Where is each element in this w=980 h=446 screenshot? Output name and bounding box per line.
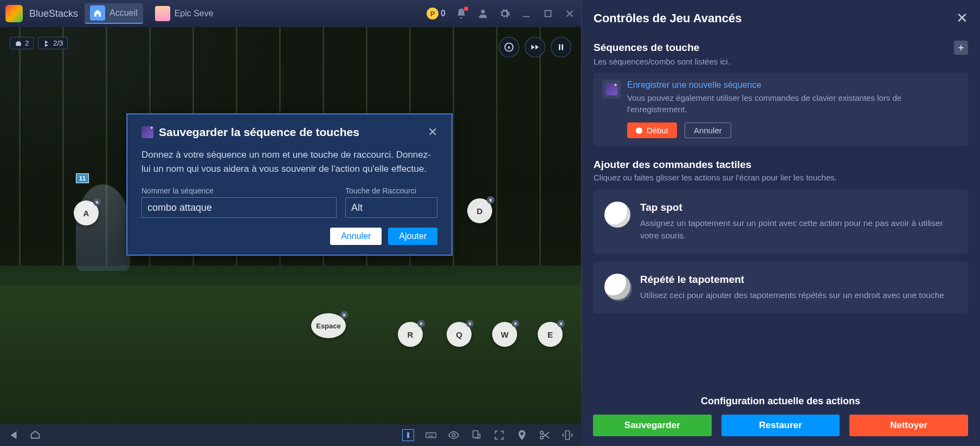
gear-icon[interactable] bbox=[499, 8, 511, 20]
bell-icon[interactable] bbox=[455, 8, 467, 20]
sequences-subtitle: Les séquences/combo sont listées ici. bbox=[594, 57, 968, 66]
dialog-description: Donnez à votre séquence un nom et une to… bbox=[141, 148, 437, 176]
close-icon[interactable]: × bbox=[340, 311, 348, 319]
svg-rect-8 bbox=[559, 44, 560, 50]
keyboard-icon[interactable] bbox=[425, 429, 437, 441]
svg-rect-2 bbox=[545, 11, 551, 17]
tab-epic-seven[interactable]: Epic Seve bbox=[150, 3, 219, 24]
svg-rect-21 bbox=[565, 431, 569, 440]
add-sequence-button[interactable]: + bbox=[954, 41, 968, 55]
svg-text:A: A bbox=[507, 45, 511, 50]
close-icon[interactable]: × bbox=[466, 320, 474, 327]
account-icon[interactable] bbox=[477, 8, 489, 20]
home-icon[interactable] bbox=[29, 429, 41, 441]
svg-point-19 bbox=[540, 431, 544, 435]
eye-icon[interactable] bbox=[448, 429, 460, 441]
panel-footer: Configuration actuelle des actions Sauve… bbox=[581, 388, 980, 446]
titlebar: BlueStacks Accueil Epic Seve P 0 bbox=[0, 0, 581, 27]
key-spot-a[interactable]: A× bbox=[74, 201, 99, 225]
close-icon[interactable]: × bbox=[512, 320, 519, 327]
repeat-tap-description: Utilisez ceci pour ajouter des tapotemen… bbox=[640, 289, 944, 301]
install-apk-icon[interactable] bbox=[470, 429, 482, 441]
wand-icon bbox=[141, 126, 153, 138]
svg-point-0 bbox=[481, 10, 485, 14]
fullscreen-icon[interactable] bbox=[493, 429, 505, 441]
config-title: Configuration actuelle des actions bbox=[593, 396, 968, 407]
save-sequence-dialog: Sauvegarder la séquence de touches ✕ Don… bbox=[127, 114, 452, 255]
panel-title: Contrôles de Jeu Avancés bbox=[594, 11, 742, 25]
svg-rect-9 bbox=[562, 44, 563, 50]
svg-rect-18 bbox=[473, 431, 478, 438]
save-button[interactable]: Sauvegarder bbox=[593, 415, 712, 436]
hud-top-left: 2 2/3 bbox=[10, 37, 68, 49]
shortcut-label: Touche de Raccourci bbox=[345, 186, 437, 195]
close-icon[interactable]: ✕ bbox=[428, 125, 437, 139]
close-icon[interactable]: ✕ bbox=[956, 10, 968, 27]
tap-spot-card[interactable]: Tap spot Assignez un tapotement sur un p… bbox=[594, 190, 968, 254]
record-start-button[interactable]: Début bbox=[627, 122, 677, 138]
scissors-icon[interactable] bbox=[539, 429, 551, 441]
wave-chip[interactable]: 2/3 bbox=[38, 37, 68, 49]
tap-spot-icon bbox=[604, 202, 630, 228]
tab-label: Epic Seve bbox=[175, 9, 214, 18]
party-chip[interactable]: 2 bbox=[10, 37, 34, 49]
cancel-button[interactable]: Annuler bbox=[330, 228, 382, 245]
rotation-lock-icon[interactable] bbox=[402, 429, 414, 441]
pause-button[interactable] bbox=[551, 37, 571, 57]
character-level: 11 bbox=[76, 173, 89, 183]
key-spot-d[interactable]: D× bbox=[467, 198, 492, 223]
tab-home[interactable]: Accueil bbox=[85, 3, 143, 24]
key-spot-q[interactable]: Q× bbox=[447, 322, 472, 347]
restore-button[interactable]: Restaurer bbox=[721, 415, 840, 436]
back-icon[interactable] bbox=[8, 429, 20, 441]
wand-icon bbox=[602, 80, 621, 99]
svg-point-20 bbox=[540, 436, 544, 439]
svg-rect-10 bbox=[407, 432, 409, 438]
close-icon[interactable]: × bbox=[417, 320, 425, 327]
tap-spot-title: Tap spot bbox=[640, 202, 957, 214]
coin-icon: P bbox=[427, 8, 439, 20]
maximize-icon[interactable] bbox=[542, 8, 554, 20]
bottom-toolbar bbox=[0, 424, 581, 446]
shake-icon[interactable] bbox=[562, 429, 573, 441]
repeat-tap-card[interactable]: Répété le tapotement Utilisez ceci pour … bbox=[594, 262, 968, 313]
close-icon[interactable] bbox=[564, 8, 576, 20]
key-spot-space[interactable]: Espace× bbox=[311, 313, 346, 338]
advanced-controls-panel: Contrôles de Jeu Avancés ✕ Séquences de … bbox=[581, 0, 980, 446]
record-sequence-card: Enregistrer une nouvelle séquence Vous p… bbox=[594, 73, 968, 146]
key-spot-r[interactable]: R× bbox=[398, 322, 423, 347]
coin-balance[interactable]: P 0 bbox=[427, 8, 446, 20]
key-spot-w[interactable]: W× bbox=[492, 322, 517, 347]
close-icon[interactable]: × bbox=[557, 320, 565, 327]
record-sequence-link[interactable]: Enregistrer une nouvelle séquence bbox=[627, 80, 959, 90]
close-icon[interactable]: × bbox=[487, 196, 494, 204]
app-name: BlueStacks bbox=[29, 8, 78, 20]
sequences-title: Séquences de touche bbox=[594, 42, 699, 54]
svg-point-17 bbox=[452, 434, 455, 437]
key-spot-e[interactable]: E× bbox=[538, 322, 563, 347]
location-icon[interactable] bbox=[516, 429, 528, 441]
name-label: Nommer la séquence bbox=[141, 186, 337, 195]
notification-dot bbox=[464, 7, 468, 11]
dialog-title: Sauvegarder la séquence de touches bbox=[159, 126, 359, 139]
close-icon[interactable]: × bbox=[93, 198, 101, 206]
game-icon bbox=[155, 6, 170, 21]
repeat-tap-icon bbox=[604, 274, 630, 300]
sequence-name-input[interactable] bbox=[141, 197, 337, 218]
auto-button[interactable]: A bbox=[499, 37, 519, 57]
speed-button[interactable] bbox=[525, 37, 545, 57]
clean-button[interactable]: Nettoyer bbox=[849, 415, 968, 436]
game-viewport[interactable]: 2 2/3 A 11 A× D× Espace× R× Q× W× E× bbox=[0, 27, 581, 424]
record-cancel-button[interactable]: Annuler bbox=[685, 122, 731, 138]
add-button[interactable]: Ajouter bbox=[388, 228, 437, 245]
tactile-subtitle: Cliquez ou faites glisser les actions su… bbox=[594, 173, 968, 182]
hud-top-right: A bbox=[499, 37, 571, 57]
tab-label: Accueil bbox=[109, 8, 138, 18]
shortcut-key-input[interactable] bbox=[345, 197, 437, 218]
record-dot-icon bbox=[636, 127, 642, 134]
home-icon bbox=[90, 5, 105, 21]
record-description: Vous pouvez également utiliser les comma… bbox=[627, 92, 959, 115]
character-sprite bbox=[76, 184, 130, 271]
minimize-icon[interactable] bbox=[520, 8, 532, 20]
svg-rect-11 bbox=[426, 432, 436, 437]
